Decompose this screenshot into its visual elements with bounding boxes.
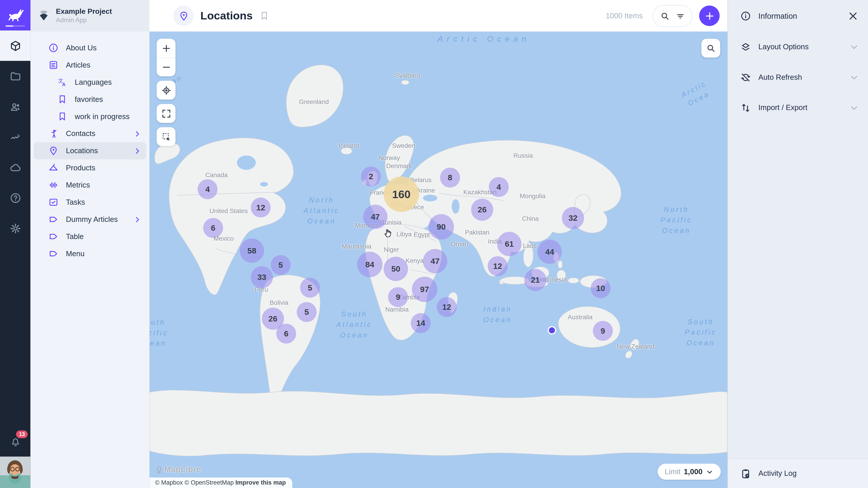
map-cluster[interactable]: 6: [276, 324, 296, 344]
sidebar-section-layout-options[interactable]: Layout Options: [728, 32, 868, 62]
map-cluster[interactable]: 160: [383, 176, 419, 212]
activity-log-button[interactable]: Activity Log: [728, 458, 868, 488]
chevron-right-icon[interactable]: [133, 215, 142, 224]
filter-icon: [675, 11, 685, 21]
sidebar-item-products[interactable]: Products: [34, 159, 146, 176]
fit-bounds-button[interactable]: [157, 104, 176, 123]
map-cluster[interactable]: 84: [357, 252, 383, 277]
map-cluster[interactable]: 10: [591, 278, 611, 298]
map-controls: [157, 39, 176, 146]
maplibre-logo: MapLibre: [155, 465, 201, 474]
info-icon: [48, 43, 59, 53]
map-cluster[interactable]: 14: [411, 313, 431, 333]
limit-label: Limit: [664, 467, 680, 476]
bookmark-icon: [57, 111, 68, 122]
signal-wedge-icon: [37, 9, 51, 22]
module-pulse-button[interactable]: [0, 122, 31, 152]
module-box-button[interactable]: [0, 31, 31, 61]
limit-value: 1,000: [684, 467, 703, 476]
bookmark-button[interactable]: [259, 11, 270, 21]
module-folder-button[interactable]: [0, 61, 31, 91]
map-cluster[interactable]: 26: [471, 199, 493, 221]
map-cluster[interactable]: 90: [429, 214, 454, 240]
app-logo[interactable]: [0, 0, 31, 31]
map-cluster[interactable]: 12: [488, 256, 508, 276]
map-cluster[interactable]: 21: [524, 269, 546, 291]
chevron-right-icon[interactable]: [133, 129, 142, 138]
map-cluster[interactable]: 8: [440, 168, 460, 188]
sidebar-item-languages[interactable]: 文ALanguages: [34, 74, 146, 91]
add-item-button[interactable]: [699, 5, 720, 26]
sidebar-item-metrics[interactable]: Metrics: [34, 176, 146, 194]
map-cluster[interactable]: 97: [412, 276, 437, 302]
sidebar-item-work-in-progress[interactable]: work in progress: [34, 108, 146, 125]
sidebar-item-favorites[interactable]: favorites: [34, 91, 146, 108]
sidebar-header: Information: [728, 0, 868, 32]
chevron-down-icon[interactable]: [849, 42, 859, 52]
sidebar-item-about-us[interactable]: About Us: [34, 39, 146, 57]
map-cluster[interactable]: 9: [388, 287, 408, 307]
limit-dropdown[interactable]: Limit 1,000: [657, 464, 721, 480]
map-cluster[interactable]: 6: [203, 218, 223, 238]
zoom-in-button[interactable]: [157, 39, 176, 57]
module-gear-button[interactable]: [0, 213, 31, 243]
map-cluster[interactable]: 33: [251, 266, 273, 288]
map-cluster[interactable]: 5: [271, 255, 291, 275]
sidebar-close-button[interactable]: [847, 10, 859, 22]
sidebar-section-auto-refresh[interactable]: Auto Refresh: [728, 62, 868, 92]
map-cluster[interactable]: 2: [361, 166, 381, 186]
search-filter-button[interactable]: [653, 5, 692, 27]
map-cluster[interactable]: 4: [489, 177, 508, 197]
map-cluster[interactable]: 44: [537, 239, 562, 264]
sidebar-item-articles[interactable]: Articles: [34, 57, 146, 74]
map-cluster[interactable]: 5: [300, 278, 320, 297]
translate-icon: 文A: [57, 77, 68, 88]
sidebar-item-locations[interactable]: Locations: [34, 142, 146, 159]
map-cluster[interactable]: 5: [297, 302, 317, 322]
maplibre-pin-icon: [155, 465, 163, 473]
map-cluster[interactable]: 12: [437, 297, 457, 317]
map-cluster[interactable]: 47: [423, 249, 447, 273]
sidebar-item-menu[interactable]: Menu: [34, 245, 146, 262]
label-icon: [48, 249, 59, 259]
sidebar-section-import-export[interactable]: Import / Export: [728, 92, 868, 123]
sidebar-item-dummy-articles[interactable]: Dummy Articles: [34, 211, 146, 228]
place-icon: [48, 145, 59, 156]
map-cluster[interactable]: 50: [383, 257, 408, 281]
improve-map-link[interactable]: Improve this map: [235, 479, 286, 486]
map-cluster[interactable]: 9: [593, 321, 613, 341]
sidebar-item-contacts[interactable]: Contacts: [34, 125, 146, 142]
bookmark-icon: [57, 94, 68, 105]
chevron-down-icon[interactable]: [849, 103, 859, 112]
user-avatar[interactable]: [0, 456, 31, 488]
help-icon: [9, 192, 21, 204]
map-cluster[interactable]: 32: [562, 207, 584, 229]
box-select-button[interactable]: [157, 127, 176, 146]
chevron-down-icon: [706, 468, 713, 476]
map-cluster[interactable]: 61: [497, 232, 522, 256]
sync-disabled-icon: [740, 72, 751, 83]
map-cluster[interactable]: 4: [197, 179, 217, 199]
sidebar-item-tasks[interactable]: Tasks: [34, 194, 146, 211]
module-cloud-button[interactable]: [0, 152, 31, 183]
module-users-button[interactable]: [0, 91, 31, 122]
chevron-right-icon[interactable]: [133, 147, 142, 155]
map-cluster[interactable]: 12: [251, 197, 271, 217]
sidebar-item-label: Contacts: [66, 129, 125, 138]
map-cluster[interactable]: 58: [240, 238, 264, 263]
rabbit-logo-icon: [4, 4, 26, 26]
locate-me-button[interactable]: [157, 81, 176, 100]
sidebar-item-table[interactable]: Table: [34, 228, 146, 245]
map-search-button[interactable]: [702, 39, 720, 57]
map-point-marker[interactable]: [548, 326, 556, 335]
page-title: Locations: [200, 9, 253, 22]
project-name: Example Project: [56, 7, 112, 16]
module-help-button[interactable]: [0, 183, 31, 213]
map-attribution: © Mapbox © OpenStreetMap Improve this ma…: [149, 477, 292, 488]
project-chooser[interactable]: Example Project Admin App: [31, 0, 150, 32]
zoom-out-button[interactable]: [157, 58, 176, 76]
chevron-down-icon[interactable]: [849, 72, 859, 82]
map-cluster[interactable]: 47: [363, 205, 388, 229]
notifications-button[interactable]: 13: [0, 426, 31, 457]
map-canvas[interactable]: SvalbardGreenlandIcelandSwedenNorwayDenm…: [149, 32, 727, 488]
